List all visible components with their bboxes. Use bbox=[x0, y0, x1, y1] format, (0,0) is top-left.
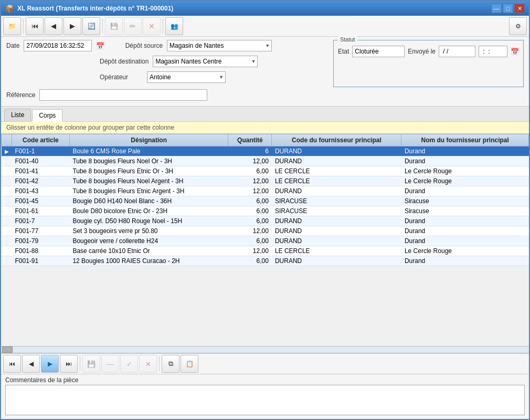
row-fournisseur-code: LE CERCLE bbox=[272, 176, 401, 186]
users-button[interactable]: 👥 bbox=[165, 17, 183, 35]
row-code: F001-88 bbox=[12, 246, 70, 256]
col-quantite[interactable]: Quantité bbox=[228, 134, 272, 146]
etat-input[interactable] bbox=[352, 46, 405, 57]
comments-textarea[interactable] bbox=[5, 385, 525, 415]
table-row[interactable]: F001-40Tube 8 bougies Fleurs Noel Or - 3… bbox=[2, 156, 529, 166]
bt-last-button[interactable]: ⏭ bbox=[60, 355, 78, 373]
date-input[interactable] bbox=[24, 40, 92, 51]
row-fournisseur-code: DURAND bbox=[272, 156, 401, 166]
row-code: F001-61 bbox=[12, 206, 70, 216]
bt-play-button[interactable]: ▶ bbox=[41, 355, 59, 373]
row-quantity: 6,00 bbox=[228, 256, 272, 266]
table-row[interactable]: F001-45Bougie D60 H140 Noel Blanc - 36H6… bbox=[2, 196, 529, 206]
row-designation: Bougie cyl. D50 H80 Rouge Noel - 15H bbox=[69, 216, 228, 226]
row-fournisseur-nom: Siracuse bbox=[401, 206, 529, 216]
col-fournisseur-nom[interactable]: Nom du fournisseur principal bbox=[401, 134, 529, 146]
bt-save2-button[interactable]: 💾 bbox=[82, 355, 100, 373]
table-row[interactable]: F001-61Boule D80 bicolore Etnic Or - 23H… bbox=[2, 206, 529, 216]
toolbar-separator-2 bbox=[102, 19, 103, 34]
row-indicator bbox=[2, 246, 12, 256]
row-quantity: 12,00 bbox=[228, 186, 272, 196]
row-fournisseur-nom: Durand bbox=[401, 256, 529, 266]
col-fournisseur-code[interactable]: Code du fournisseur principal bbox=[272, 134, 401, 146]
row-fournisseur-code: SIRACUSE bbox=[272, 206, 401, 216]
bt-first-icon: ⏮ bbox=[9, 360, 15, 368]
bt-paste-button[interactable]: 📋 bbox=[181, 355, 198, 373]
bt-copy-icon: ⧉ bbox=[168, 360, 173, 368]
first-button[interactable]: ⏮ bbox=[26, 17, 44, 35]
refresh-button[interactable]: 🔄 bbox=[82, 17, 100, 35]
table-row[interactable]: F001-41Tube 8 bougies Fleurs Etnic Or - … bbox=[2, 166, 529, 176]
row-quantity: 12,00 bbox=[228, 246, 272, 256]
depot-dest-select[interactable]: Magasin Nantes Centre bbox=[153, 56, 258, 67]
next-button[interactable]: ▶ bbox=[63, 17, 81, 35]
minimize-button[interactable]: — bbox=[491, 4, 502, 13]
table-row[interactable]: F001-88Base carrée 10x10 Etnic Or12,00LE… bbox=[2, 246, 529, 256]
row-fournisseur-code: DURAND bbox=[272, 186, 401, 196]
save-button[interactable]: 💾 bbox=[105, 17, 123, 35]
scroll-thumb[interactable] bbox=[2, 346, 13, 353]
row-code: F001-77 bbox=[12, 226, 70, 236]
bt-check-button[interactable]: ✓ bbox=[120, 355, 138, 373]
calendar-icon[interactable]: 📅 bbox=[96, 42, 104, 50]
table-row[interactable]: F001-7Bougie cyl. D50 H80 Rouge Noel - 1… bbox=[2, 216, 529, 226]
bt-copy-button[interactable]: ⧉ bbox=[162, 355, 179, 373]
form-area: Date 📅 Dépôt source Magasin de Nantes Dé… bbox=[1, 37, 529, 107]
col-designation[interactable]: Désignation bbox=[69, 134, 228, 146]
row-quantity: 12,00 bbox=[228, 156, 272, 166]
calendar2-icon[interactable]: 📅 bbox=[511, 48, 519, 56]
row-fournisseur-code: DURAND bbox=[272, 236, 401, 246]
horizontal-scrollbar[interactable] bbox=[1, 346, 529, 353]
close-button[interactable]: ✕ bbox=[514, 4, 525, 13]
bt-check-icon: ✓ bbox=[126, 360, 132, 368]
row-quantity: 6 bbox=[228, 146, 272, 156]
bt-cross-button[interactable]: ✕ bbox=[139, 355, 157, 373]
row-indicator: ▶ bbox=[2, 146, 12, 156]
prev-button[interactable]: ◀ bbox=[45, 17, 62, 35]
row-fournisseur-code: SIRACUSE bbox=[272, 196, 401, 206]
delete-icon: ✕ bbox=[149, 22, 155, 30]
edit-icon: ✏ bbox=[130, 22, 136, 30]
row-designation: Set 3 bougeoirs verre pr 50.80 bbox=[69, 226, 228, 236]
table-row[interactable]: F001-43Tube 8 bougies Fleurs Etnic Argen… bbox=[2, 186, 529, 196]
row-quantity: 12,00 bbox=[228, 176, 272, 186]
depot-source-select[interactable]: Magasin de Nantes bbox=[167, 40, 272, 51]
tab-liste[interactable]: Liste bbox=[4, 109, 31, 121]
bt-prev-button[interactable]: ◀ bbox=[22, 355, 40, 373]
edit-button[interactable]: ✏ bbox=[124, 17, 142, 35]
bt-minus-button[interactable]: — bbox=[101, 355, 119, 373]
table-row[interactable]: F001-77Set 3 bougeoirs verre pr 50.8012,… bbox=[2, 226, 529, 236]
envoye-le-date-input[interactable] bbox=[439, 46, 475, 57]
table-row[interactable]: ▶F001-1Boule 6 CMS Rose Pale6DURANDDuran… bbox=[2, 146, 529, 156]
prev-icon: ◀ bbox=[51, 22, 56, 30]
table-row[interactable]: F001-79Bougeoir verre / collerette H246,… bbox=[2, 236, 529, 246]
row-designation: Tube 8 bougies Fleurs Etnic Argent - 3H bbox=[69, 186, 228, 196]
title-bar: 📦 XL Reassort (Transferts inter-dépôts n… bbox=[1, 1, 529, 16]
row-designation: Tube 8 bougies Fleurs Noel Or - 3H bbox=[69, 156, 228, 166]
table-row[interactable]: F001-42Tube 8 bougies Fleurs Noel Argent… bbox=[2, 176, 529, 186]
main-toolbar: 📁 ⏮ ◀ ▶ 🔄 💾 ✏ ✕ 👥 ⚙ bbox=[1, 16, 529, 37]
settings-button[interactable]: ⚙ bbox=[509, 17, 527, 35]
folder-open-button[interactable]: 📁 bbox=[3, 17, 21, 35]
operateur-select[interactable]: Antoine bbox=[147, 71, 226, 83]
next-icon: ▶ bbox=[70, 22, 75, 30]
content-area: Glisser un entête de colonne pour groupe… bbox=[1, 122, 529, 419]
bt-first-button[interactable]: ⏮ bbox=[3, 355, 21, 373]
table-row[interactable]: F001-9112 Bougies 1000 RAIES Curacao - 2… bbox=[2, 256, 529, 266]
col-code-article[interactable]: Code article bbox=[12, 134, 70, 146]
row-fournisseur-nom: Durand bbox=[401, 146, 529, 156]
maximize-button[interactable]: □ bbox=[503, 4, 513, 13]
delete-button[interactable]: ✕ bbox=[143, 17, 161, 35]
row-quantity: 6,00 bbox=[228, 216, 272, 226]
row-designation: Bougie D60 H140 Noel Blanc - 36H bbox=[69, 196, 228, 206]
row-indicator bbox=[2, 176, 12, 186]
tab-corps[interactable]: Corps bbox=[32, 109, 62, 122]
envoye-le-label: Envoyé le bbox=[408, 48, 436, 55]
row-designation: Boule 6 CMS Rose Pale bbox=[69, 146, 228, 156]
row-fournisseur-nom: Durand bbox=[401, 216, 529, 226]
table-wrapper[interactable]: Code article Désignation Quantité Code d… bbox=[1, 134, 529, 346]
bt-paste-icon: 📋 bbox=[186, 360, 194, 368]
reference-input[interactable] bbox=[39, 89, 207, 101]
row-indicator bbox=[2, 216, 12, 226]
envoye-le-time-input[interactable] bbox=[479, 46, 507, 57]
